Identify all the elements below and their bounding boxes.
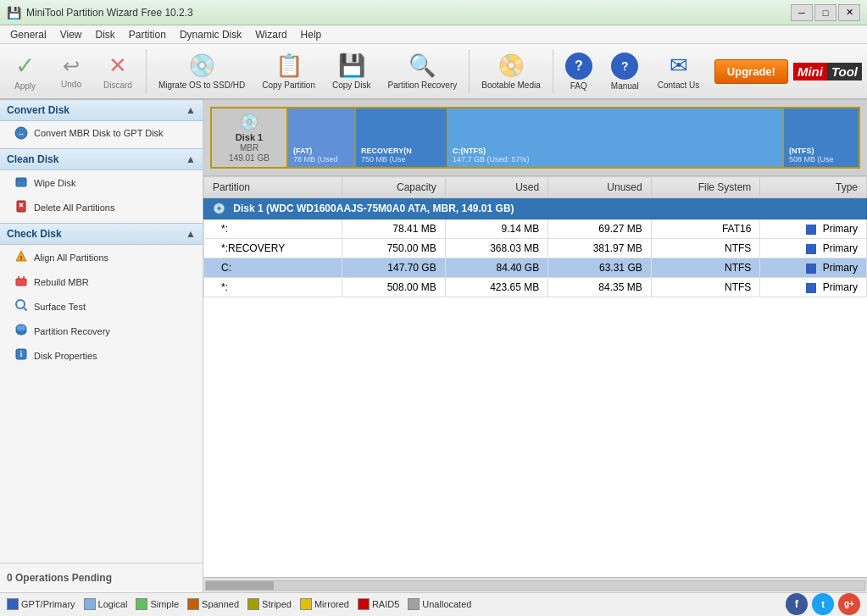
restore-button[interactable]: □ <box>814 4 836 21</box>
sidebar-item-rebuild-mbr[interactable]: Rebuild MBR <box>0 269 203 294</box>
row1-fs: FAT16 <box>651 219 760 239</box>
menu-general[interactable]: General <box>3 27 53 42</box>
fat-sub: 78 MB (Used <box>293 155 350 164</box>
table-area: Partition Capacity Used Unused File Syst… <box>203 176 867 577</box>
minimize-button[interactable]: ─ <box>791 4 813 21</box>
row2-fs: NTFS <box>651 239 760 258</box>
convert-disk-arrow: ▲ <box>186 104 196 116</box>
last-sub: 508 MB (Use <box>789 155 853 164</box>
partition-block-last[interactable]: (NTFS) 508 MB (Use <box>784 108 859 167</box>
undo-button[interactable]: ↩ Undo <box>50 46 92 97</box>
horizontal-scrollbar[interactable] <box>203 577 867 592</box>
svg-point-16 <box>16 325 26 331</box>
partition-block-recovery[interactable]: RECOVERY(N 750 MB (Use <box>356 108 447 167</box>
row2-type: Primary <box>760 239 867 258</box>
discard-button[interactable]: ✕ Discard <box>94 46 142 97</box>
facebook-button[interactable]: f <box>786 593 808 615</box>
twitter-button[interactable]: t <box>812 593 834 615</box>
sidebar-item-partition-recovery[interactable]: Partition Recovery <box>0 319 203 343</box>
row2-unused: 381.97 MB <box>548 239 652 258</box>
migrate-os-label: Migrate OS to SSD/HD <box>158 80 245 90</box>
sidebar: Convert Disk ▲ ↔ Convert MBR Disk to GPT… <box>0 100 203 592</box>
table-header-row: Partition Capacity Used Unused File Syst… <box>204 177 867 198</box>
manual-button[interactable]: ? Manual <box>602 46 648 97</box>
minitool-logo: MiniTool <box>793 63 862 80</box>
table-row[interactable]: *: 78.41 MB 9.14 MB 69.27 MB FAT16 Prima… <box>204 219 867 239</box>
apply-label: Apply <box>14 81 36 91</box>
sidebar-item-convert-mbr[interactable]: ↔ Convert MBR Disk to GPT Disk <box>0 121 203 145</box>
sidebar-section-convert-disk[interactable]: Convert Disk ▲ <box>0 100 203 121</box>
sidebar-item-disk-properties[interactable]: i Disk Properties <box>0 343 203 368</box>
faq-icon: ? <box>565 53 592 80</box>
legend-striped-label: Striped <box>262 599 292 609</box>
legend-gpt-primary: GPT/Primary <box>7 598 75 610</box>
partition-recovery-sidebar-icon <box>14 323 29 339</box>
disk-label-title: Disk 1 <box>236 132 263 142</box>
toolbar: ✓ Apply ↩ Undo ✕ Discard 💿 Migrate OS to… <box>0 44 867 100</box>
sidebar-section-clean-disk[interactable]: Clean Disk ▲ <box>0 148 203 170</box>
sidebar-item-surface-test[interactable]: Surface Test <box>0 294 203 319</box>
row4-unused: 84.35 MB <box>548 278 652 297</box>
contact-label: Contact Us <box>658 80 699 90</box>
menu-disk[interactable]: Disk <box>89 27 122 42</box>
operations-pending: 0 Operations Pending <box>0 563 203 592</box>
legend-unallocated-color <box>408 598 420 610</box>
rebuild-mbr-icon <box>14 274 29 290</box>
legend-spanned: Spanned <box>187 598 239 610</box>
close-button[interactable]: ✕ <box>838 4 860 21</box>
scroll-thumb[interactable] <box>206 581 274 590</box>
disk-hdd-icon: 💿 <box>240 113 258 131</box>
copy-disk-icon: 💾 <box>338 53 365 79</box>
partition-recovery-button[interactable]: 🔍 Partition Recovery <box>381 46 465 97</box>
menu-view[interactable]: View <box>53 27 89 42</box>
title-bar: 💾 MiniTool Partition Wizard Free 10.2.3 … <box>0 0 867 25</box>
undo-label: Undo <box>61 80 81 89</box>
partition-recovery-label: Partition Recovery <box>388 80 458 90</box>
bootable-media-button[interactable]: 📀 Bootable Media <box>474 46 548 97</box>
copy-disk-button[interactable]: 💾 Copy Disk <box>325 46 379 97</box>
menu-help[interactable]: Help <box>294 27 329 42</box>
row4-fs: NTFS <box>651 278 760 297</box>
legend-logical: Logical <box>84 598 128 610</box>
faq-button[interactable]: ? FAQ <box>558 46 600 97</box>
row1-partition: *: <box>204 219 342 239</box>
disk-properties-label: Disk Properties <box>34 351 97 361</box>
legend-spanned-label: Spanned <box>202 599 239 609</box>
main-area: Convert Disk ▲ ↔ Convert MBR Disk to GPT… <box>0 100 867 592</box>
row4-partition: *: <box>204 278 342 297</box>
row3-partition: C: <box>204 258 342 278</box>
menu-dynamic-disk[interactable]: Dynamic Disk <box>173 27 248 42</box>
last-label: (NTFS) <box>789 147 853 155</box>
googleplus-button[interactable]: g+ <box>838 593 860 615</box>
toolbar-separator-2 <box>469 49 470 93</box>
partition-block-c[interactable]: C:(NTFS) 147.7 GB (Used: 57%) <box>447 108 784 167</box>
sidebar-item-align-partitions[interactable]: ! Align All Partitions <box>0 245 203 269</box>
menu-wizard[interactable]: Wizard <box>248 27 293 42</box>
sidebar-item-wipe-disk[interactable]: Wipe Disk <box>0 170 203 195</box>
menu-partition[interactable]: Partition <box>122 27 173 42</box>
rebuild-mbr-label: Rebuild MBR <box>34 277 89 287</box>
menu-bar: General View Disk Partition Dynamic Disk… <box>0 25 867 44</box>
table-row-selected[interactable]: C: 147.70 GB 84.40 GB 63.31 GB NTFS Prim… <box>204 258 867 278</box>
partition-table: Partition Capacity Used Unused File Syst… <box>203 176 867 297</box>
legend-mirrored-color <box>300 598 312 610</box>
table-row[interactable]: *:RECOVERY 750.00 MB 368.03 MB 381.97 MB… <box>204 239 867 258</box>
partition-block-fat[interactable]: (FAT) 78 MB (Used <box>288 108 356 167</box>
legend-striped: Striped <box>247 598 292 610</box>
svg-text:i: i <box>20 350 23 358</box>
disk-header-row[interactable]: 💿 Disk 1 (WDC WD1600AAJS-75M0A0 ATA, MBR… <box>204 198 867 219</box>
scroll-track[interactable] <box>205 580 865 591</box>
discard-icon: ✕ <box>108 53 127 79</box>
upgrade-button[interactable]: Upgrade! <box>714 59 788 84</box>
disk-label-type: MBR <box>240 143 258 153</box>
sidebar-item-delete-partitions[interactable]: Delete All Partitions <box>0 195 203 219</box>
apply-button[interactable]: ✓ Apply <box>2 46 48 97</box>
copy-partition-button[interactable]: 📋 Copy Partition <box>254 46 323 97</box>
table-row[interactable]: *: 508.00 MB 423.65 MB 84.35 MB NTFS Pri… <box>204 278 867 297</box>
apply-icon: ✓ <box>15 52 35 80</box>
contact-button[interactable]: ✉ Contact Us <box>650 46 707 97</box>
migrate-os-button[interactable]: 💿 Migrate OS to SSD/HD <box>151 46 253 97</box>
row4-capacity: 508.00 MB <box>342 278 446 297</box>
sidebar-section-check-disk[interactable]: Check Disk ▲ <box>0 223 203 245</box>
legend-logical-label: Logical <box>98 599 128 609</box>
